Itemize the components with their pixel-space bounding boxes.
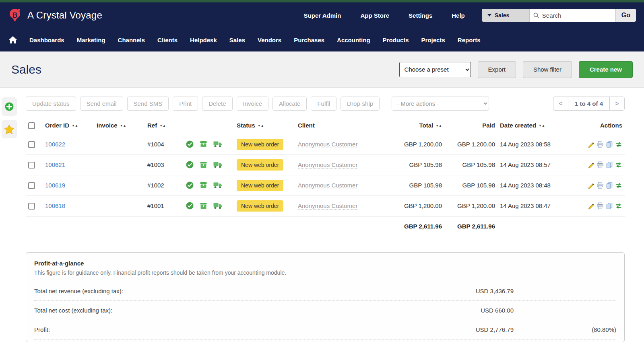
select-all-checkbox[interactable] — [28, 122, 35, 129]
print-icon[interactable] — [597, 182, 604, 189]
sort-icon[interactable] — [436, 124, 442, 128]
invoice-button[interactable]: Invoice — [237, 97, 269, 111]
export-button[interactable]: Export — [478, 61, 516, 78]
client-link[interactable]: Anonymous Customer — [298, 161, 357, 169]
nav-item-vendors[interactable]: Vendors — [258, 37, 281, 43]
send-email-button[interactable]: Send email — [80, 97, 123, 111]
sort-icon[interactable] — [258, 124, 264, 128]
orders-table: Order ID Invoice Ref Status Client Total… — [26, 116, 625, 236]
profit-row-value: USD 3,436.79 — [429, 288, 514, 294]
nav-item-marketing[interactable]: Marketing — [77, 37, 105, 43]
edit-pencil-icon[interactable] — [587, 202, 594, 210]
client-link[interactable]: Anonymous Customer — [298, 141, 357, 148]
search-scope-label: Sales — [495, 12, 510, 19]
package-icon — [200, 202, 207, 210]
show-filter-button[interactable]: Show filter — [523, 61, 572, 78]
nav-item-helpdesk[interactable]: Helpdesk — [190, 37, 217, 43]
package-icon — [200, 140, 207, 148]
drop-ship-button[interactable]: Drop-ship — [341, 97, 380, 111]
check-circle-icon — [186, 161, 194, 169]
sort-icon[interactable] — [120, 124, 126, 128]
order-id-link[interactable]: 100619 — [45, 182, 65, 189]
search-go-button[interactable]: Go — [615, 9, 636, 22]
edit-pencil-icon[interactable] — [587, 141, 594, 148]
update-status-button[interactable]: Update status — [26, 97, 76, 111]
table-row: 100621 #1003 New web order Anonymous Cus… — [26, 154, 625, 175]
profit-at-a-glance-panel: Profit-at-a-glance This figure is for gu… — [26, 252, 625, 342]
allocate-button[interactable]: Allocate — [272, 97, 307, 111]
top-link-help[interactable]: Help — [452, 12, 465, 19]
favorites-button[interactable] — [2, 120, 17, 138]
more-actions-select[interactable]: - More actions - — [392, 97, 489, 111]
export-arrows-icon[interactable] — [615, 202, 622, 210]
nav-item-accounting[interactable]: Accounting — [337, 37, 370, 43]
star-icon — [4, 124, 14, 134]
export-arrows-icon[interactable] — [615, 182, 622, 189]
row-checkbox[interactable] — [28, 182, 35, 189]
copy-icon[interactable] — [606, 161, 613, 169]
total-sum: GBP 2,611.96 — [381, 216, 444, 236]
page-title: Sales — [11, 63, 41, 76]
profit-row-profit: Profit: USD 2,776.79 (80.80%) — [34, 320, 616, 339]
print-icon[interactable] — [597, 141, 604, 148]
delete-button[interactable]: Delete — [202, 97, 232, 111]
nav-item-dashboards[interactable]: Dashboards — [29, 37, 64, 43]
nav-item-reports[interactable]: Reports — [458, 37, 481, 43]
date-created-cell: 14 Aug 2023 08:58 — [497, 134, 570, 155]
col-status-icons — [184, 116, 234, 134]
search-scope-dropdown[interactable]: Sales — [482, 9, 529, 22]
nav-item-projects[interactable]: Projects — [421, 37, 445, 43]
search-input[interactable] — [542, 12, 611, 19]
order-id-link[interactable]: 100618 — [45, 202, 65, 209]
profit-row-value: USD 2,776.79 — [429, 326, 514, 333]
prev-page-button[interactable]: < — [553, 97, 568, 110]
paid-sum: GBP 2,611.96 — [444, 216, 497, 236]
nav-item-clients[interactable]: Clients — [157, 37, 178, 43]
add-quick-button[interactable] — [2, 97, 17, 116]
order-id-link[interactable]: 100622 — [45, 141, 65, 148]
next-page-button[interactable]: > — [610, 97, 624, 110]
col-total: Total — [381, 116, 444, 134]
top-link-settings[interactable]: Settings — [409, 12, 432, 19]
client-link[interactable]: Anonymous Customer — [298, 182, 357, 189]
truck-icon — [213, 202, 222, 209]
top-link-app-store[interactable]: App Store — [360, 12, 389, 19]
edit-pencil-icon[interactable] — [587, 182, 594, 189]
home-icon[interactable] — [9, 36, 17, 43]
print-icon[interactable] — [597, 161, 604, 169]
table-header-row: Order ID Invoice Ref Status Client Total… — [26, 116, 625, 134]
nav-item-channels[interactable]: Channels — [118, 37, 145, 43]
nav-item-sales[interactable]: Sales — [229, 37, 245, 43]
order-id-link[interactable]: 100621 — [45, 161, 65, 168]
preset-select[interactable]: Choose a preset — [399, 62, 471, 77]
export-arrows-icon[interactable] — [615, 161, 622, 169]
top-links: Super Admin App Store Settings Help — [304, 12, 465, 19]
create-new-button[interactable]: Create new — [579, 61, 633, 78]
client-link[interactable]: Anonymous Customer — [298, 202, 357, 210]
total-cell: GBP 105.98 — [381, 175, 444, 195]
profit-row-label: Total net cost (excluding tax): — [34, 307, 429, 314]
sort-icon[interactable] — [539, 124, 545, 128]
print-icon[interactable] — [597, 202, 604, 210]
copy-icon[interactable] — [606, 141, 613, 148]
quick-tiles — [2, 97, 17, 138]
profit-row-cost: Total net cost (excluding tax): USD 660.… — [34, 300, 616, 320]
copy-icon[interactable] — [606, 182, 613, 189]
brightpearl-logo-icon[interactable]: B — [8, 8, 22, 22]
print-button[interactable]: Print — [173, 97, 198, 111]
package-icon — [200, 161, 207, 169]
nav-item-purchases[interactable]: Purchases — [294, 37, 324, 43]
row-checkbox[interactable] — [28, 203, 35, 210]
copy-icon[interactable] — [606, 202, 613, 210]
top-link-super-admin[interactable]: Super Admin — [304, 12, 341, 19]
sort-icon[interactable] — [72, 124, 78, 128]
brand-name[interactable]: A Crystal Voyage — [27, 10, 102, 21]
send-sms-button[interactable]: Send SMS — [127, 97, 169, 111]
export-arrows-icon[interactable] — [615, 141, 622, 148]
row-checkbox[interactable] — [28, 162, 35, 169]
nav-item-products[interactable]: Products — [383, 37, 409, 43]
row-checkbox[interactable] — [28, 141, 35, 148]
edit-pencil-icon[interactable] — [587, 161, 594, 169]
fulfil-button[interactable]: Fulfil — [311, 97, 336, 111]
sort-icon[interactable] — [159, 124, 166, 128]
